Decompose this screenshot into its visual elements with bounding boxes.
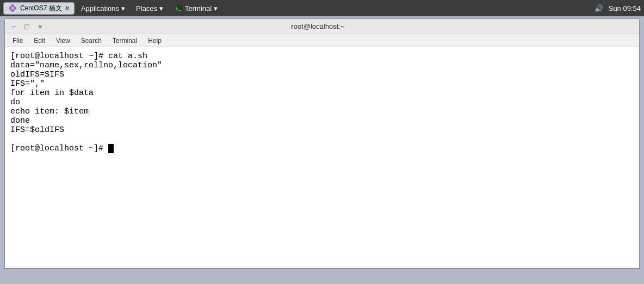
menu-help[interactable]: Help [144,36,166,46]
menu-edit[interactable]: Edit [29,36,49,46]
taskbar-right: 🔊 Sun 09:54 [595,4,641,12]
taskbar-applications[interactable]: Applications ▾ [77,3,129,14]
volume-icon[interactable]: 🔊 [595,4,603,12]
terminal-cursor [108,144,114,153]
terminal-close-btn[interactable]: × [36,22,45,31]
taskbar: CentOS7 杨文 × Applications ▾ Places ▾ Ter… [0,0,644,16]
clock: Sun 09:54 [609,4,641,12]
terminal-title: root@localhost:~ [45,22,591,30]
menu-search[interactable]: Search [77,36,106,46]
terminal-content[interactable]: [root@localhost ~]# cat a.sh data="name,… [5,47,639,268]
applications-label: Applications [81,4,119,12]
terminal-taskbar-label: Terminal [185,4,212,12]
terminal-maximize-btn[interactable]: □ [22,22,31,31]
terminal-menubar: File Edit View Search Terminal Help [5,34,639,47]
window-title-button[interactable]: CentOS7 杨文 × [3,2,75,15]
terminal-minimize-btn[interactable]: − [9,22,18,31]
taskbar-terminal[interactable]: Terminal ▾ [170,3,222,14]
menu-terminal[interactable]: Terminal [108,36,141,46]
terminal-window-controls: − □ × [9,22,45,31]
menu-file[interactable]: File [8,36,27,46]
terminal-window: − □ × root@localhost:~ File Edit View Se… [4,18,640,269]
window-close-btn[interactable]: × [65,4,70,12]
applications-arrow: ▾ [121,4,125,12]
centos-icon [8,4,17,12]
taskbar-places[interactable]: Places ▾ [132,3,168,14]
menu-view[interactable]: View [52,36,75,46]
terminal-taskbar-icon [174,4,183,12]
terminal-line-1: [root@localhost ~]# cat a.sh data="name,… [10,52,162,153]
places-arrow: ▾ [159,4,163,12]
terminal-taskbar-arrow: ▾ [214,4,218,12]
places-label: Places [136,4,157,12]
window-title-text: CentOS7 杨文 [20,4,62,13]
terminal-header: − □ × root@localhost:~ [5,19,639,34]
